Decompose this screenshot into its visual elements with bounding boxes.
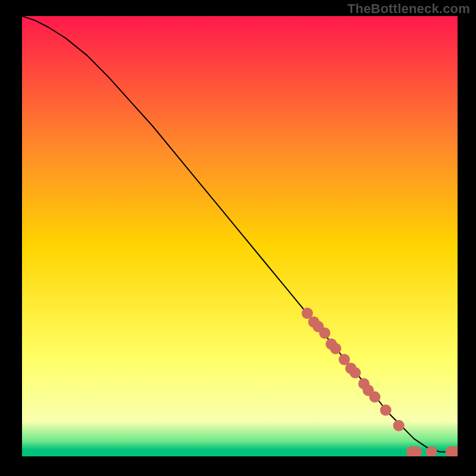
- data-marker: [369, 392, 380, 403]
- plot-area: [22, 16, 458, 456]
- chart-svg: [22, 16, 458, 456]
- data-marker: [393, 420, 405, 431]
- data-marker: [349, 367, 361, 378]
- data-marker: [380, 405, 392, 416]
- gradient-background: [22, 16, 458, 456]
- chart-frame: TheBottleneck.com: [0, 0, 476, 476]
- data-marker: [319, 327, 330, 339]
- data-marker: [330, 343, 342, 354]
- watermark-text: TheBottleneck.com: [347, 1, 470, 17]
